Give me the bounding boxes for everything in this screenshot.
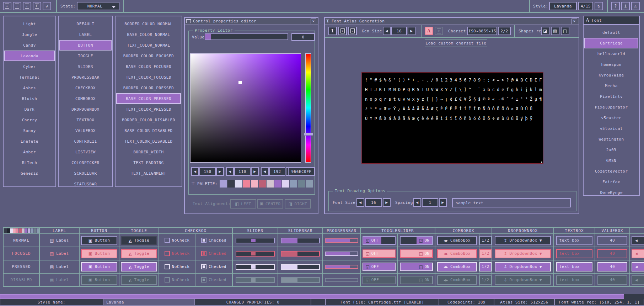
spacing-value[interactable]: 1 bbox=[422, 198, 438, 207]
load-font-button[interactable]: T bbox=[328, 27, 337, 35]
toggle-control[interactable]: ◭Toggle bbox=[121, 249, 157, 258]
checkbox-unchecked-control[interactable]: NoCheck bbox=[165, 264, 190, 269]
new-style-button[interactable]: + bbox=[3, 2, 11, 10]
spacing-increment-button[interactable]: ▶ bbox=[439, 198, 447, 207]
shapes-rec-empty-button[interactable]: □ bbox=[561, 27, 569, 35]
slider-control[interactable] bbox=[236, 238, 275, 243]
sliderbar-control[interactable] bbox=[281, 264, 320, 270]
value-slider[interactable] bbox=[205, 33, 288, 40]
spinner-control-cut[interactable]: ◀ bbox=[632, 236, 644, 245]
textbox-control[interactable]: text box bbox=[556, 236, 593, 245]
slider-control[interactable] bbox=[236, 251, 275, 257]
color-swatch[interactable] bbox=[22, 228, 25, 233]
align-right-button[interactable]: ◨RIGHT bbox=[285, 199, 311, 209]
save-style-button[interactable]: ↓ bbox=[23, 2, 31, 10]
status-style-name-value[interactable]: Lavanda bbox=[103, 299, 195, 306]
close-icon[interactable]: × bbox=[311, 19, 316, 24]
color-swatch[interactable] bbox=[274, 180, 281, 188]
list-item[interactable]: PixelOperator bbox=[584, 102, 638, 112]
combobox-counter[interactable]: 1/2 bbox=[479, 249, 492, 258]
gen-size-decrement-button[interactable]: ◀ bbox=[383, 27, 391, 35]
green-decrement-button[interactable]: ◀ bbox=[226, 167, 234, 176]
toggle-control[interactable]: ◭Toggle bbox=[121, 236, 157, 245]
textbox-control[interactable]: text box bbox=[556, 249, 593, 258]
color-swatch[interactable] bbox=[28, 228, 30, 233]
list-item[interactable]: TEXTBOX bbox=[59, 115, 112, 125]
checkbox-unchecked-control[interactable]: NoCheck bbox=[165, 277, 190, 283]
list-item[interactable]: TEXT_COLOR_PRESSED bbox=[116, 104, 181, 115]
spinner-control-cut[interactable]: ◀ bbox=[632, 249, 644, 258]
list-item[interactable]: PROGRESSBAR bbox=[59, 72, 112, 83]
slider-thumb[interactable] bbox=[251, 265, 256, 269]
toggleslider-on-control[interactable]: ◲ON bbox=[400, 276, 433, 284]
red-increment-button[interactable]: ▶ bbox=[216, 167, 224, 176]
color-swatch[interactable] bbox=[13, 228, 16, 233]
list-item[interactable]: RLTech bbox=[4, 157, 55, 168]
list-item[interactable]: TEXT_COLOR_NORMAL bbox=[116, 40, 181, 51]
list-item[interactable]: Candy bbox=[4, 40, 55, 51]
value-box[interactable]: 0 bbox=[291, 33, 315, 41]
list-item[interactable]: Amber bbox=[4, 147, 55, 157]
combobox-control[interactable]: ◂▸ComboBox bbox=[437, 249, 477, 258]
list-item[interactable]: STATUSBAR bbox=[59, 179, 112, 189]
list-item[interactable]: CONTROL11 bbox=[59, 136, 112, 147]
valuebox-control[interactable]: 40 bbox=[597, 236, 627, 245]
color-swatch[interactable] bbox=[7, 228, 10, 233]
blue-value[interactable]: 192 bbox=[269, 167, 285, 176]
color-swatch[interactable] bbox=[306, 180, 313, 188]
gen-size-increment-button[interactable]: ▶ bbox=[408, 27, 415, 35]
list-item[interactable]: v5loxical bbox=[584, 123, 638, 134]
list-item[interactable]: Cyber bbox=[4, 61, 55, 72]
color-swatch[interactable] bbox=[298, 180, 305, 188]
list-item[interactable]: Lavanda bbox=[4, 51, 55, 61]
list-item[interactable]: OwreKynge bbox=[584, 187, 638, 198]
checkbox-unchecked-control[interactable]: NoCheck bbox=[165, 251, 190, 256]
list-item[interactable]: DEFAULT bbox=[59, 19, 112, 29]
dropdownbox-control[interactable]: ⇕DropdownBox▼ bbox=[495, 275, 551, 285]
list-item[interactable]: Enefete bbox=[4, 136, 55, 147]
window-titlebar[interactable]: T Font Atlas Generation × bbox=[325, 18, 579, 25]
toggle-control[interactable]: ◭Toggle bbox=[121, 262, 157, 271]
toggleslider-off-control[interactable]: ◱OFF bbox=[363, 263, 396, 271]
checkbox-checked-control[interactable]: Checked bbox=[201, 238, 226, 243]
combobox-control[interactable]: ◂▸ComboBox bbox=[437, 236, 477, 245]
green-increment-button[interactable]: ▶ bbox=[251, 167, 259, 176]
red-decrement-button[interactable]: ◀ bbox=[191, 167, 199, 176]
hex-value-box[interactable]: 966EC0FF bbox=[288, 167, 315, 176]
list-item[interactable]: v5easter bbox=[584, 112, 638, 123]
list-item[interactable]: BORDER_COLOR_FOCUSED bbox=[116, 51, 181, 61]
color-picker-panel[interactable] bbox=[190, 53, 301, 163]
list-item[interactable]: Dark bbox=[4, 104, 55, 115]
toggleslider-off-control[interactable]: ◱OFF bbox=[363, 249, 396, 258]
checkbox-checked-control[interactable]: Checked bbox=[201, 264, 226, 269]
button-control[interactable]: ▣Button bbox=[81, 262, 117, 271]
list-item[interactable]: DROPDOWNBOX bbox=[59, 104, 112, 115]
list-item[interactable]: COLORPICKER bbox=[59, 157, 112, 168]
color-swatch[interactable] bbox=[16, 228, 18, 233]
combobox-control[interactable]: ◂▸ComboBox bbox=[437, 275, 477, 285]
button-control[interactable]: ▣Button bbox=[81, 249, 117, 258]
font-size-value[interactable]: 16 bbox=[365, 198, 382, 207]
list-item[interactable]: BORDER_COLOR_DISABLED bbox=[116, 115, 181, 125]
spinner-control-cut[interactable]: ◀ bbox=[632, 275, 644, 285]
color-swatch[interactable] bbox=[251, 180, 258, 188]
list-item[interactable]: BUTTON bbox=[59, 40, 112, 51]
toggleslider-on-control[interactable]: ◲ON bbox=[400, 236, 433, 245]
toggleslider-on-control[interactable]: ◲ON bbox=[400, 249, 433, 258]
spacing-decrement-button[interactable]: ◀ bbox=[413, 198, 421, 207]
list-item[interactable]: BASE_COLOR_DISABLED bbox=[116, 125, 181, 136]
combobox-control[interactable]: ◂▸ComboBox bbox=[437, 262, 477, 271]
export-style-button[interactable]: E bbox=[33, 2, 41, 10]
toggleslider-off-control[interactable]: ◱OFF bbox=[363, 276, 396, 284]
list-item[interactable]: CHECKBOX bbox=[59, 83, 112, 93]
list-item[interactable]: PixelIntv bbox=[584, 91, 638, 102]
list-item[interactable]: Ashes bbox=[4, 83, 55, 93]
sample-text-input[interactable]: sample text bbox=[452, 198, 571, 207]
list-item[interactable]: Terminal bbox=[4, 72, 55, 83]
list-item[interactable]: SCROLLBAR bbox=[59, 168, 112, 179]
color-swatch[interactable] bbox=[282, 180, 289, 188]
list-item[interactable]: Westington bbox=[584, 134, 638, 144]
color-picker-cursor[interactable] bbox=[238, 81, 242, 84]
green-value[interactable]: 110 bbox=[234, 167, 251, 176]
list-item[interactable]: TOGGLE bbox=[59, 51, 112, 61]
